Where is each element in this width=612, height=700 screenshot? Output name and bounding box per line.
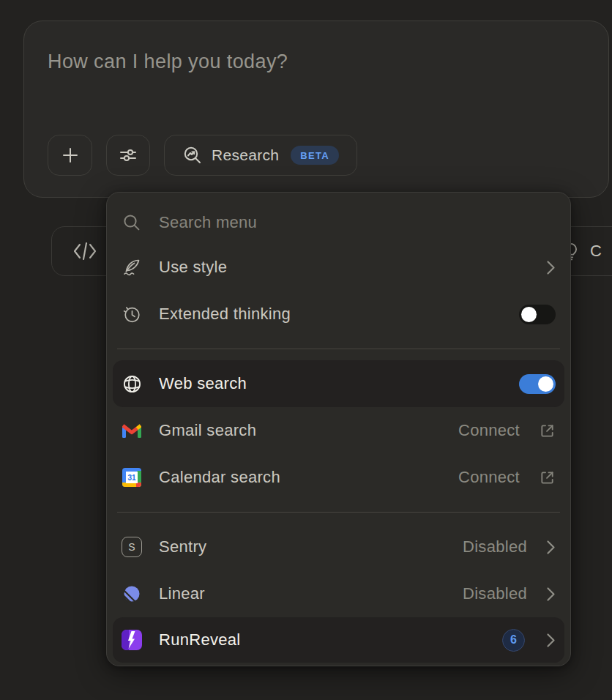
plus-icon (59, 144, 81, 166)
tools-button[interactable] (106, 135, 150, 176)
status-label: Disabled (463, 584, 527, 603)
message-input[interactable]: How can I help you today? (48, 51, 579, 73)
toggle-knob (521, 307, 537, 322)
external-link-icon (539, 469, 556, 486)
menu-search-input[interactable] (159, 213, 556, 232)
menu-item-label: Web search (159, 374, 502, 393)
menu-item-sentry[interactable]: S Sentry Disabled (107, 524, 570, 570)
menu-item-use-style[interactable]: Use style (107, 244, 570, 291)
menu-item-label: Sentry (159, 537, 446, 556)
search-icon (122, 213, 142, 232)
menu-divider (117, 349, 560, 349)
gmail-icon (122, 423, 142, 439)
globe-icon (122, 373, 142, 395)
menu-item-label: Linear (159, 584, 446, 603)
code-icon (72, 241, 98, 261)
sliders-icon (117, 144, 139, 166)
chevron-right-icon (546, 587, 556, 602)
menu-item-label: Use style (159, 258, 529, 277)
research-button[interactable]: Research BETA (164, 135, 357, 176)
connect-label: Connect (458, 421, 520, 440)
chevron-right-icon (546, 633, 556, 648)
menu-item-runreveal[interactable]: RunReveal 6 (113, 617, 564, 663)
sentry-icon: S (122, 537, 142, 557)
runreveal-icon (122, 630, 142, 650)
menu-item-label: Gmail search (159, 421, 441, 440)
google-calendar-icon: 31 (122, 468, 142, 487)
menu-divider (117, 512, 560, 513)
menu-item-linear[interactable]: Linear Disabled (107, 570, 570, 617)
count-badge: 6 (502, 629, 525, 652)
status-label: Disabled (463, 537, 527, 556)
toggle-knob (538, 376, 553, 392)
chevron-right-icon (546, 260, 556, 275)
menu-item-extended-thinking[interactable]: Extended thinking (107, 291, 570, 338)
message-composer[interactable]: How can I help you today? (23, 21, 609, 198)
menu-item-web-search[interactable]: Web search (113, 360, 564, 407)
beta-badge: BETA (291, 146, 339, 165)
menu-item-label: Extended thinking (159, 305, 502, 324)
connect-label: Connect (458, 468, 520, 487)
composer-toolbar: Research BETA (48, 135, 357, 176)
web-search-toggle[interactable] (519, 374, 556, 394)
external-link-icon (539, 422, 556, 439)
menu-search-row (107, 201, 570, 244)
chevron-right-icon (546, 540, 556, 555)
quill-icon (122, 257, 142, 278)
extended-thinking-toggle[interactable] (519, 305, 556, 324)
menu-item-calendar-search[interactable]: 31 Calendar search Connect (107, 454, 570, 501)
menu-item-label: Calendar search (159, 468, 441, 487)
attach-button[interactable] (48, 135, 92, 176)
menu-item-label: RunReveal (159, 630, 485, 649)
linear-icon (122, 584, 142, 604)
clock-icon (122, 304, 142, 324)
research-label: Research (212, 146, 279, 164)
suggestion-chip-label: C (590, 242, 602, 261)
tools-dropdown-menu: Use style Extended thinking Web se (106, 192, 571, 666)
menu-item-gmail-search[interactable]: Gmail search Connect (107, 407, 570, 454)
research-magnifier-icon (182, 145, 203, 165)
